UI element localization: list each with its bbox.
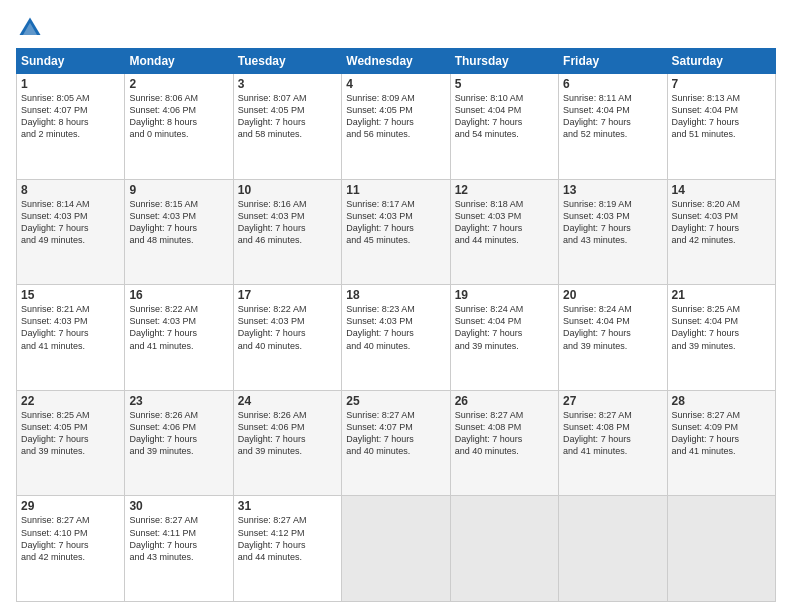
logo bbox=[16, 14, 48, 42]
page: SundayMondayTuesdayWednesdayThursdayFrid… bbox=[0, 0, 792, 612]
calendar-cell bbox=[450, 496, 558, 602]
calendar-cell: 26Sunrise: 8:27 AMSunset: 4:08 PMDayligh… bbox=[450, 390, 558, 496]
cell-info: Sunrise: 8:18 AMSunset: 4:03 PMDaylight:… bbox=[455, 198, 554, 247]
cell-info: Sunrise: 8:27 AMSunset: 4:08 PMDaylight:… bbox=[455, 409, 554, 458]
day-number: 20 bbox=[563, 288, 662, 302]
cell-info: Sunrise: 8:21 AMSunset: 4:03 PMDaylight:… bbox=[21, 303, 120, 352]
calendar-cell: 15Sunrise: 8:21 AMSunset: 4:03 PMDayligh… bbox=[17, 285, 125, 391]
day-header-thursday: Thursday bbox=[450, 49, 558, 74]
cell-info: Sunrise: 8:27 AMSunset: 4:07 PMDaylight:… bbox=[346, 409, 445, 458]
day-number: 18 bbox=[346, 288, 445, 302]
cell-info: Sunrise: 8:13 AMSunset: 4:04 PMDaylight:… bbox=[672, 92, 771, 141]
cell-info: Sunrise: 8:23 AMSunset: 4:03 PMDaylight:… bbox=[346, 303, 445, 352]
calendar-cell: 8Sunrise: 8:14 AMSunset: 4:03 PMDaylight… bbox=[17, 179, 125, 285]
day-number: 2 bbox=[129, 77, 228, 91]
cell-info: Sunrise: 8:07 AMSunset: 4:05 PMDaylight:… bbox=[238, 92, 337, 141]
calendar-cell: 14Sunrise: 8:20 AMSunset: 4:03 PMDayligh… bbox=[667, 179, 775, 285]
calendar-cell: 28Sunrise: 8:27 AMSunset: 4:09 PMDayligh… bbox=[667, 390, 775, 496]
cell-info: Sunrise: 8:26 AMSunset: 4:06 PMDaylight:… bbox=[129, 409, 228, 458]
day-header-saturday: Saturday bbox=[667, 49, 775, 74]
cell-info: Sunrise: 8:09 AMSunset: 4:05 PMDaylight:… bbox=[346, 92, 445, 141]
day-number: 3 bbox=[238, 77, 337, 91]
day-number: 17 bbox=[238, 288, 337, 302]
day-number: 12 bbox=[455, 183, 554, 197]
cell-info: Sunrise: 8:05 AMSunset: 4:07 PMDaylight:… bbox=[21, 92, 120, 141]
calendar-cell: 9Sunrise: 8:15 AMSunset: 4:03 PMDaylight… bbox=[125, 179, 233, 285]
day-header-monday: Monday bbox=[125, 49, 233, 74]
day-number: 8 bbox=[21, 183, 120, 197]
calendar-cell: 16Sunrise: 8:22 AMSunset: 4:03 PMDayligh… bbox=[125, 285, 233, 391]
day-header-friday: Friday bbox=[559, 49, 667, 74]
calendar-cell: 22Sunrise: 8:25 AMSunset: 4:05 PMDayligh… bbox=[17, 390, 125, 496]
day-number: 11 bbox=[346, 183, 445, 197]
cell-info: Sunrise: 8:10 AMSunset: 4:04 PMDaylight:… bbox=[455, 92, 554, 141]
calendar-cell: 27Sunrise: 8:27 AMSunset: 4:08 PMDayligh… bbox=[559, 390, 667, 496]
day-number: 26 bbox=[455, 394, 554, 408]
day-number: 6 bbox=[563, 77, 662, 91]
calendar-cell: 29Sunrise: 8:27 AMSunset: 4:10 PMDayligh… bbox=[17, 496, 125, 602]
calendar-cell: 30Sunrise: 8:27 AMSunset: 4:11 PMDayligh… bbox=[125, 496, 233, 602]
calendar-cell: 6Sunrise: 8:11 AMSunset: 4:04 PMDaylight… bbox=[559, 74, 667, 180]
calendar-cell: 18Sunrise: 8:23 AMSunset: 4:03 PMDayligh… bbox=[342, 285, 450, 391]
calendar-week-row: 8Sunrise: 8:14 AMSunset: 4:03 PMDaylight… bbox=[17, 179, 776, 285]
calendar-cell: 2Sunrise: 8:06 AMSunset: 4:06 PMDaylight… bbox=[125, 74, 233, 180]
calendar-cell: 23Sunrise: 8:26 AMSunset: 4:06 PMDayligh… bbox=[125, 390, 233, 496]
cell-info: Sunrise: 8:22 AMSunset: 4:03 PMDaylight:… bbox=[129, 303, 228, 352]
cell-info: Sunrise: 8:06 AMSunset: 4:06 PMDaylight:… bbox=[129, 92, 228, 141]
calendar-cell: 24Sunrise: 8:26 AMSunset: 4:06 PMDayligh… bbox=[233, 390, 341, 496]
day-number: 15 bbox=[21, 288, 120, 302]
cell-info: Sunrise: 8:16 AMSunset: 4:03 PMDaylight:… bbox=[238, 198, 337, 247]
day-header-wednesday: Wednesday bbox=[342, 49, 450, 74]
calendar-week-row: 15Sunrise: 8:21 AMSunset: 4:03 PMDayligh… bbox=[17, 285, 776, 391]
logo-icon bbox=[16, 14, 44, 42]
cell-info: Sunrise: 8:15 AMSunset: 4:03 PMDaylight:… bbox=[129, 198, 228, 247]
calendar-cell bbox=[667, 496, 775, 602]
day-number: 14 bbox=[672, 183, 771, 197]
day-header-tuesday: Tuesday bbox=[233, 49, 341, 74]
cell-info: Sunrise: 8:27 AMSunset: 4:12 PMDaylight:… bbox=[238, 514, 337, 563]
cell-info: Sunrise: 8:25 AMSunset: 4:04 PMDaylight:… bbox=[672, 303, 771, 352]
calendar-cell bbox=[342, 496, 450, 602]
cell-info: Sunrise: 8:14 AMSunset: 4:03 PMDaylight:… bbox=[21, 198, 120, 247]
calendar-week-row: 29Sunrise: 8:27 AMSunset: 4:10 PMDayligh… bbox=[17, 496, 776, 602]
day-number: 24 bbox=[238, 394, 337, 408]
day-number: 16 bbox=[129, 288, 228, 302]
calendar-cell: 13Sunrise: 8:19 AMSunset: 4:03 PMDayligh… bbox=[559, 179, 667, 285]
cell-info: Sunrise: 8:24 AMSunset: 4:04 PMDaylight:… bbox=[455, 303, 554, 352]
day-number: 10 bbox=[238, 183, 337, 197]
day-number: 9 bbox=[129, 183, 228, 197]
calendar-cell: 25Sunrise: 8:27 AMSunset: 4:07 PMDayligh… bbox=[342, 390, 450, 496]
cell-info: Sunrise: 8:27 AMSunset: 4:10 PMDaylight:… bbox=[21, 514, 120, 563]
calendar-cell: 11Sunrise: 8:17 AMSunset: 4:03 PMDayligh… bbox=[342, 179, 450, 285]
day-number: 4 bbox=[346, 77, 445, 91]
calendar-cell: 4Sunrise: 8:09 AMSunset: 4:05 PMDaylight… bbox=[342, 74, 450, 180]
cell-info: Sunrise: 8:24 AMSunset: 4:04 PMDaylight:… bbox=[563, 303, 662, 352]
day-number: 5 bbox=[455, 77, 554, 91]
cell-info: Sunrise: 8:25 AMSunset: 4:05 PMDaylight:… bbox=[21, 409, 120, 458]
cell-info: Sunrise: 8:27 AMSunset: 4:08 PMDaylight:… bbox=[563, 409, 662, 458]
calendar-table: SundayMondayTuesdayWednesdayThursdayFrid… bbox=[16, 48, 776, 602]
calendar-cell: 17Sunrise: 8:22 AMSunset: 4:03 PMDayligh… bbox=[233, 285, 341, 391]
calendar-cell: 7Sunrise: 8:13 AMSunset: 4:04 PMDaylight… bbox=[667, 74, 775, 180]
calendar-cell: 31Sunrise: 8:27 AMSunset: 4:12 PMDayligh… bbox=[233, 496, 341, 602]
day-number: 19 bbox=[455, 288, 554, 302]
cell-info: Sunrise: 8:17 AMSunset: 4:03 PMDaylight:… bbox=[346, 198, 445, 247]
calendar-cell: 1Sunrise: 8:05 AMSunset: 4:07 PMDaylight… bbox=[17, 74, 125, 180]
day-number: 30 bbox=[129, 499, 228, 513]
calendar-cell: 3Sunrise: 8:07 AMSunset: 4:05 PMDaylight… bbox=[233, 74, 341, 180]
header bbox=[16, 10, 776, 42]
day-number: 7 bbox=[672, 77, 771, 91]
calendar-header-row: SundayMondayTuesdayWednesdayThursdayFrid… bbox=[17, 49, 776, 74]
day-number: 28 bbox=[672, 394, 771, 408]
day-number: 23 bbox=[129, 394, 228, 408]
day-number: 31 bbox=[238, 499, 337, 513]
cell-info: Sunrise: 8:26 AMSunset: 4:06 PMDaylight:… bbox=[238, 409, 337, 458]
day-number: 29 bbox=[21, 499, 120, 513]
calendar-cell: 10Sunrise: 8:16 AMSunset: 4:03 PMDayligh… bbox=[233, 179, 341, 285]
cell-info: Sunrise: 8:22 AMSunset: 4:03 PMDaylight:… bbox=[238, 303, 337, 352]
cell-info: Sunrise: 8:11 AMSunset: 4:04 PMDaylight:… bbox=[563, 92, 662, 141]
calendar-cell: 19Sunrise: 8:24 AMSunset: 4:04 PMDayligh… bbox=[450, 285, 558, 391]
cell-info: Sunrise: 8:20 AMSunset: 4:03 PMDaylight:… bbox=[672, 198, 771, 247]
calendar-week-row: 22Sunrise: 8:25 AMSunset: 4:05 PMDayligh… bbox=[17, 390, 776, 496]
calendar-cell: 12Sunrise: 8:18 AMSunset: 4:03 PMDayligh… bbox=[450, 179, 558, 285]
